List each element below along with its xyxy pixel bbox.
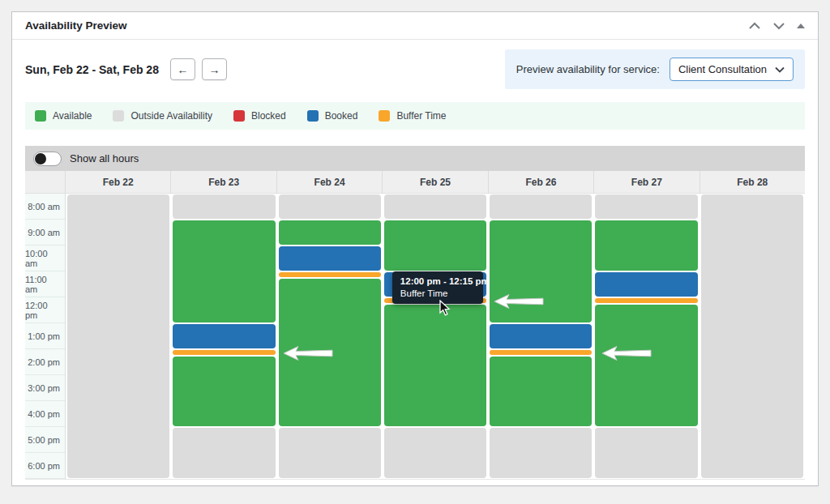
outside-swatch-icon (113, 110, 124, 122)
time-label: 9:00 am (25, 220, 65, 246)
slot-outside (173, 194, 275, 219)
legend-item-available: Available (35, 110, 92, 122)
time-gutter: 8:00 am9:00 am10:00 am11:00 am12:00 pm1:… (25, 194, 66, 479)
next-week-button[interactable]: → (202, 58, 227, 80)
available-swatch-icon (35, 110, 46, 122)
slot-booked (595, 272, 697, 297)
service-select-value: Client Consultation (678, 63, 767, 75)
slot-buffer (173, 350, 275, 355)
panel-header: Availability Preview (12, 12, 818, 40)
legend-item-buffer: Buffer Time (379, 110, 446, 122)
show-all-hours-label: Show all hours (70, 152, 139, 164)
day-header: Feb 25 (383, 171, 488, 193)
day-column-feb-25: 12:00 pm - 12:15 pm Buffer Time (383, 194, 488, 479)
slot-available[interactable] (490, 357, 592, 426)
move-up-icon[interactable] (748, 22, 761, 30)
calendar-day-header-row: Feb 22Feb 23Feb 24Feb 25Feb 26Feb 27Feb … (25, 171, 805, 194)
service-select-label: Preview availability for service: (516, 63, 660, 75)
time-gutter-header (25, 171, 66, 193)
slot-available[interactable] (595, 305, 697, 426)
previous-week-button[interactable]: ← (170, 58, 195, 80)
time-label: 1:00 pm (25, 323, 65, 349)
legend-label: Booked (325, 110, 358, 122)
time-label: 2:00 pm (25, 349, 65, 375)
slot-available[interactable] (279, 279, 381, 426)
legend-item-blocked: Blocked (233, 110, 286, 122)
slot-outside (67, 194, 169, 478)
slot-outside (595, 194, 697, 219)
day-header: Feb 26 (489, 171, 594, 193)
legend-label: Outside Availability (130, 110, 212, 122)
slot-outside (490, 194, 592, 219)
slot-available[interactable] (384, 305, 486, 426)
slot-outside (384, 194, 486, 219)
slot-booked (279, 246, 381, 271)
service-preview-panel: Preview availability for service: Client… (505, 49, 805, 89)
slot-available[interactable] (173, 357, 275, 426)
legend-item-booked: Booked (307, 110, 358, 122)
slot-booked (173, 324, 275, 348)
slot-outside (279, 428, 381, 478)
legend-label: Buffer Time (396, 110, 446, 122)
blocked-swatch-icon (233, 110, 245, 122)
slot-outside (173, 428, 275, 478)
legend: AvailableOutside AvailabilityBlockedBook… (25, 102, 805, 130)
slot-booked (490, 324, 592, 348)
toolbar: Sun, Feb 22 - Sat, Feb 28 ← → Preview av… (25, 49, 805, 89)
time-label: 12:00 pm (25, 297, 65, 323)
day-column-feb-22 (66, 194, 171, 479)
panel-header-actions (748, 22, 805, 30)
panel-body: Sun, Feb 22 - Sat, Feb 28 ← → Preview av… (12, 40, 818, 488)
slot-buffer (384, 298, 486, 303)
slot-available[interactable] (279, 220, 381, 245)
time-label: 6:00 pm (25, 453, 65, 479)
slot-outside (701, 194, 803, 478)
legend-item-outside: Outside Availability (113, 110, 212, 122)
day-column-feb-26 (488, 194, 593, 479)
day-column-feb-27 (593, 194, 699, 479)
slot-available[interactable] (490, 220, 592, 322)
slot-booked (384, 272, 486, 297)
day-column-feb-28 (700, 194, 805, 479)
time-label: 8:00 am (25, 194, 65, 220)
time-label: 4:00 pm (25, 401, 65, 427)
slot-available[interactable] (595, 220, 697, 271)
slot-buffer (490, 350, 592, 355)
slot-available[interactable] (173, 220, 275, 322)
show-all-hours-toggle[interactable] (33, 152, 62, 166)
availability-preview-panel: Availability Preview Sun, Feb 22 - Sat, … (11, 11, 819, 486)
panel-title: Availability Preview (25, 19, 127, 32)
date-navigation: Sun, Feb 22 - Sat, Feb 28 ← → (25, 58, 227, 80)
day-header: Feb 27 (594, 171, 700, 193)
day-header: Feb 24 (277, 171, 383, 193)
time-label: 10:00 am (25, 246, 65, 271)
show-all-hours-bar: Show all hours (25, 146, 805, 171)
slot-outside (279, 194, 381, 219)
day-column-feb-24 (277, 194, 383, 479)
booked-swatch-icon (307, 110, 319, 122)
toggle-knob (35, 153, 46, 164)
slot-buffer (279, 272, 381, 277)
availability-calendar: Feb 22Feb 23Feb 24Feb 25Feb 26Feb 27Feb … (25, 171, 805, 480)
day-header: Feb 22 (66, 171, 171, 193)
legend-label: Available (53, 110, 92, 122)
slot-available[interactable] (384, 220, 486, 271)
collapse-panel-icon[interactable] (797, 23, 805, 28)
calendar-grid: 8:00 am9:00 am10:00 am11:00 am12:00 pm1:… (25, 194, 805, 479)
day-header: Feb 23 (171, 171, 276, 193)
legend-label: Blocked (251, 110, 286, 122)
day-header: Feb 28 (700, 171, 805, 193)
service-select[interactable]: Client Consultation (670, 58, 794, 81)
buffer-swatch-icon (379, 110, 390, 122)
day-column-feb-23 (171, 194, 276, 479)
slot-buffer (595, 298, 697, 303)
move-down-icon[interactable] (772, 22, 785, 30)
time-label: 11:00 am (25, 271, 65, 297)
slot-outside (595, 428, 697, 478)
slot-outside (490, 428, 592, 478)
date-range-label: Sun, Feb 22 - Sat, Feb 28 (25, 63, 159, 76)
chevron-down-icon (775, 66, 785, 73)
time-label: 3:00 pm (25, 375, 65, 401)
time-label: 5:00 pm (25, 427, 65, 453)
slot-outside (384, 428, 486, 478)
